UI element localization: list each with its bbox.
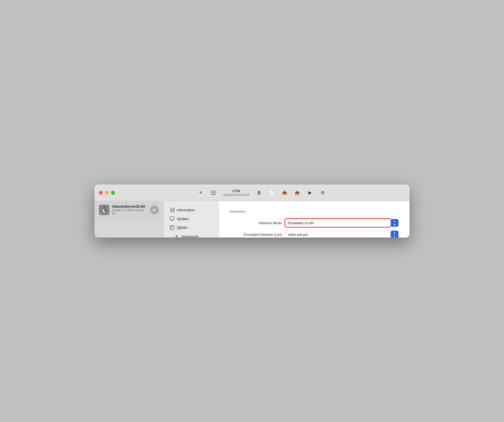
copy-button[interactable]: 📄	[269, 190, 275, 196]
vm-description: QEMU 7.2 ARM Virtual M...	[112, 209, 147, 215]
sidebar-item-information[interactable]: ℹ️ Information	[165, 206, 217, 214]
emulated-card-label: Emulated Network Card	[230, 233, 285, 237]
emulated-card-row: Emulated Network Card virtio-net-pci ▲	[230, 231, 398, 238]
sidebar-label-information: Information	[177, 208, 195, 212]
arguments-icon: A	[174, 234, 179, 238]
sidebar-label-qemu: QEMU	[177, 226, 188, 230]
vm-name: UbuntuServer22.04	[112, 204, 147, 209]
settings-modal: ℹ️ Information System	[164, 201, 410, 238]
hardware-section-title: Hardware	[230, 209, 398, 213]
system-icon	[170, 216, 175, 221]
vm-list-panel: 🐧 UbuntuServer22.04 QEMU 7.2 ARM Virtual…	[95, 201, 164, 238]
emulated-card-stepper[interactable]: ▲ ▼	[391, 231, 398, 238]
traffic-lights	[99, 191, 115, 195]
maximize-button[interactable]	[111, 191, 115, 195]
stepper-down-2[interactable]: ▼	[391, 235, 398, 238]
svg-rect-2	[211, 194, 216, 195]
svg-rect-3	[170, 217, 174, 220]
vm-os-icon: 🐧	[99, 205, 109, 215]
svg-rect-1	[211, 192, 216, 193]
download-button[interactable]: 📥	[282, 190, 288, 196]
delete-button[interactable]: 🗑	[256, 190, 262, 196]
titlebar: + UTM UbuntuServer22.04 🗑 📄 📥 📤 ▶ ⚙	[95, 184, 410, 201]
settings-panel: Hardware Network Mode Emulated VLAN	[219, 201, 410, 238]
network-mode-label: Network Mode	[230, 221, 285, 225]
network-mode-stepper[interactable]: ▲ ▼	[391, 219, 398, 227]
settings-sidebar: ℹ️ Information System	[164, 201, 219, 238]
network-mode-row: Network Mode Emulated VLAN ▲ ▼	[230, 219, 398, 227]
svg-rect-0	[211, 191, 216, 191]
information-icon: ℹ️	[170, 207, 175, 212]
sidebar-label-system: System	[177, 217, 189, 221]
vm-list-item[interactable]: 🐧 UbuntuServer22.04 QEMU 7.2 ARM Virtual…	[95, 201, 163, 219]
sidebar-item-qemu[interactable]: QEMU	[165, 223, 217, 232]
play-button[interactable]: ▶	[307, 190, 313, 196]
sidebar-item-arguments[interactable]: A Arguments	[165, 232, 217, 238]
sidebar-item-system[interactable]: System	[165, 215, 217, 223]
qemu-icon	[170, 225, 175, 230]
sidebar-label-arguments: Arguments	[181, 234, 199, 238]
svg-rect-6	[170, 226, 174, 230]
stepper-up-2[interactable]: ▲	[391, 231, 398, 235]
emulated-card-select[interactable]: virtio-net-pci	[285, 231, 391, 238]
vm-play-button[interactable]: ▶	[150, 205, 159, 214]
close-button[interactable]	[99, 191, 103, 195]
share-button[interactable]: 📤	[294, 190, 300, 196]
add-vm-button[interactable]: +	[198, 190, 204, 196]
titlebar-title: UTM UbuntuServer22.04	[223, 189, 249, 196]
settings-button[interactable]: ⚙	[320, 190, 326, 196]
sidebar-toggle-button[interactable]	[210, 190, 216, 196]
stepper-down[interactable]: ▼	[391, 223, 398, 227]
vm-subtitle: UbuntuServer22.04	[223, 193, 249, 196]
network-mode-select[interactable]: Emulated VLAN	[285, 219, 391, 227]
stepper-up[interactable]: ▲	[391, 219, 398, 223]
main-content-area: ℹ️ Information System	[164, 201, 410, 238]
bg-blurred-content: ...	[95, 219, 163, 238]
minimize-button[interactable]	[105, 191, 109, 195]
app-name: UTM	[232, 189, 240, 193]
